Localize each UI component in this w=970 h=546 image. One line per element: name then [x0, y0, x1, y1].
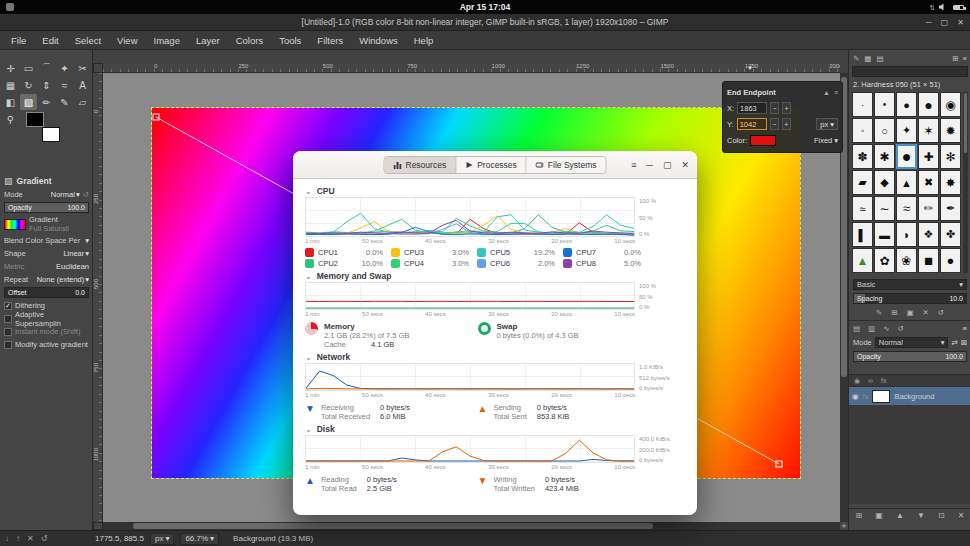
x-minus-button[interactable]: −	[770, 102, 779, 114]
brush-tag-dropdown[interactable]: Basic ▾	[853, 279, 967, 290]
brush-item[interactable]: ·	[852, 92, 873, 117]
chevron-down-icon[interactable]: ⌄	[305, 187, 312, 196]
menu-view[interactable]: View	[110, 33, 144, 48]
tab-file-systems[interactable]: File Systems	[527, 157, 606, 173]
modify-checkbox[interactable]	[4, 341, 12, 349]
brush-item[interactable]: ✻	[940, 144, 961, 169]
tool-pencil[interactable]: ✏	[38, 94, 55, 110]
gradient-preview[interactable]	[4, 219, 26, 230]
tool-free-select[interactable]: ⌒	[38, 60, 55, 76]
channels-tab-icon[interactable]: ▥	[868, 324, 875, 333]
adaptive-checkbox[interactable]	[4, 315, 12, 323]
quick-mask-toggle[interactable]	[93, 522, 103, 530]
brush-item[interactable]: ✹	[940, 118, 961, 143]
y-input[interactable]: 1042	[737, 118, 767, 130]
background-color-swatch[interactable]	[42, 127, 60, 142]
grid-view-icon[interactable]: ⊞	[952, 54, 958, 63]
horizontal-scrollbar[interactable]	[103, 522, 840, 530]
brush-item[interactable]: ❖	[918, 222, 939, 247]
offset-slider[interactable]: Offset 0.0	[4, 287, 89, 298]
gradient-row[interactable]: Gradient Full Saturati	[0, 214, 93, 234]
brush-item[interactable]: ✿	[874, 248, 895, 273]
brush-item[interactable]: ◦	[852, 118, 873, 143]
brush-item[interactable]: ●	[896, 144, 917, 169]
layer-thumbnail[interactable]	[872, 390, 890, 403]
cpu-legend-item[interactable]: CPU33.0%	[391, 248, 469, 257]
delete-layer-icon[interactable]: ✕	[958, 511, 965, 520]
brush-item[interactable]: ◉	[940, 92, 961, 117]
brush-item[interactable]: ▲	[852, 248, 873, 273]
minimize-icon[interactable]: ─	[647, 160, 653, 170]
memory-section-header[interactable]: ⌄ Memory and Swap	[305, 270, 685, 282]
brush-item[interactable]: ✽	[852, 144, 873, 169]
layer-row-background[interactable]: ◉ fx Background	[849, 387, 970, 405]
menu-help[interactable]: Help	[407, 33, 441, 48]
commit-icon[interactable]: ▲	[823, 89, 830, 96]
reset-icon[interactable]: ↺	[83, 190, 89, 199]
adaptive-row[interactable]: Adaptive Supersamplin	[0, 312, 93, 325]
menu-windows[interactable]: Windows	[352, 33, 405, 48]
menu-icon[interactable]: ≡	[631, 160, 636, 170]
tool-eraser[interactable]: ▱	[74, 94, 91, 110]
brush-item[interactable]: •	[874, 92, 895, 117]
brush-item[interactable]: ≈	[852, 196, 873, 221]
brush-item[interactable]: ▲	[896, 170, 917, 195]
menu-tools[interactable]: Tools	[272, 33, 308, 48]
brush-item[interactable]: ●	[918, 92, 939, 117]
network-icon[interactable]: ↑↓	[929, 3, 933, 12]
brush-item[interactable]: ✦	[896, 118, 917, 143]
chevron-down-icon[interactable]: ⌄	[305, 272, 312, 281]
brush-item[interactable]: ◆	[874, 170, 895, 195]
tool-bucket-fill[interactable]: ◧	[2, 94, 19, 110]
lock-icon[interactable]: ⊠	[961, 338, 967, 347]
new-brush-icon[interactable]: ⊞	[891, 308, 897, 317]
new-group-icon[interactable]: ▣	[875, 511, 883, 520]
brush-item[interactable]: ✚	[918, 144, 939, 169]
fg-bg-colors[interactable]	[26, 112, 60, 142]
brush-scrollbar[interactable]	[963, 92, 968, 273]
brush-item[interactable]: ✏	[918, 196, 939, 221]
lower-layer-icon[interactable]: ▼	[917, 511, 925, 520]
refresh-brushes-icon[interactable]: ↺	[938, 308, 944, 317]
menu-image[interactable]: Image	[147, 33, 187, 48]
x-plus-button[interactable]: +	[782, 102, 791, 114]
cpu-legend-item[interactable]: CPU70.0%	[563, 248, 641, 257]
brush-item[interactable]: ✱	[874, 144, 895, 169]
tab-resources[interactable]: Resources	[385, 157, 457, 173]
unit-dropdown[interactable]: px ▾	[816, 118, 838, 130]
tool-fuzzy-select[interactable]: ✦	[56, 60, 73, 76]
tool-warp-transform[interactable]: ≈	[56, 77, 73, 93]
modify-row[interactable]: Modify active gradient	[0, 338, 93, 351]
navigation-button[interactable]: ✛	[840, 522, 848, 530]
duplicate-brush-icon[interactable]: ▣	[906, 308, 913, 317]
patterns-tab-icon[interactable]: ▦	[864, 54, 871, 63]
maximize-icon[interactable]: ▢	[663, 160, 672, 170]
mode-switch-icon[interactable]: ⇄	[951, 338, 957, 347]
fixed-dropdown[interactable]: Fixed ▾	[814, 136, 838, 145]
cpu-legend-item[interactable]: CPU519.2%	[477, 248, 555, 257]
brush-item[interactable]: ○	[874, 118, 895, 143]
paths-tab-icon[interactable]: ∿	[883, 324, 889, 333]
dock-menu-icon[interactable]: ≡	[963, 324, 967, 333]
repeat-row[interactable]: Repeat None (extend)▾	[0, 273, 93, 286]
cpu-legend-item[interactable]: CPU210.0%	[305, 259, 383, 268]
menu-file[interactable]: File	[4, 33, 33, 48]
tool-rectangle-select[interactable]: ▭	[20, 60, 37, 76]
brush-item[interactable]: ≈	[896, 196, 917, 221]
tool-zoom[interactable]: ⚲	[2, 111, 19, 127]
gradients-tab-icon[interactable]: ▤	[876, 54, 883, 63]
brush-item[interactable]: ●	[940, 248, 961, 273]
spacing-slider[interactable]: Spacing 10.0	[853, 293, 967, 304]
network-section-header[interactable]: ⌄ Network	[305, 351, 685, 363]
brushes-tab-icon[interactable]: ✎	[853, 54, 859, 63]
menu-select[interactable]: Select	[68, 33, 108, 48]
tool-scale[interactable]: ⇕	[38, 77, 55, 93]
tab-processes[interactable]: Processes	[456, 157, 527, 173]
duplicate-layer-icon[interactable]: ⊡	[938, 511, 945, 520]
clock[interactable]: Apr 15 17:04	[460, 2, 511, 12]
menu-layer[interactable]: Layer	[189, 33, 227, 48]
y-plus-button[interactable]: +	[782, 118, 791, 130]
brush-item[interactable]: ✸	[940, 170, 961, 195]
opacity-slider[interactable]: Opacity 100.0	[4, 202, 89, 213]
tool-crop[interactable]: ▦	[2, 77, 19, 93]
